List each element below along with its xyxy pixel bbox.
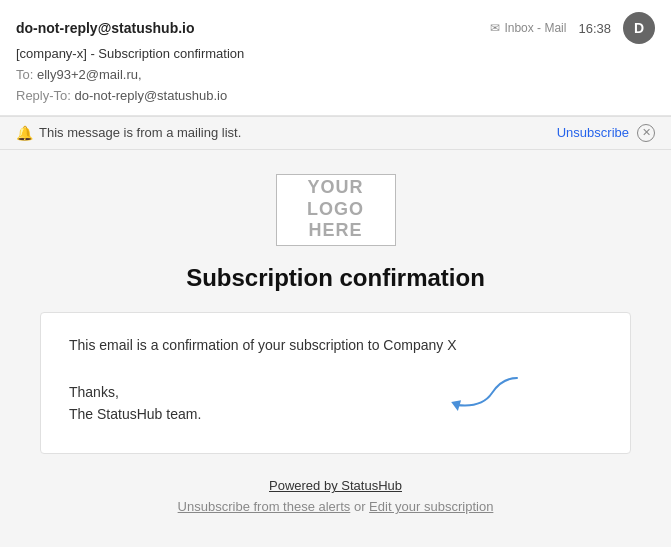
- header-right: ✉ Inbox - Mail 16:38 D: [490, 12, 655, 44]
- email-body: YOURLOGOHERE Subscription confirmation T…: [0, 150, 671, 547]
- unsubscribe-link[interactable]: Unsubscribe: [557, 125, 629, 140]
- reply-to-meta: Reply-To: do-not-reply@statushub.io: [16, 86, 655, 107]
- footer: Powered by StatusHub Unsubscribe from th…: [40, 474, 631, 514]
- confirmation-title: Subscription confirmation: [40, 264, 631, 292]
- thanks-line1: Thanks,: [69, 381, 602, 403]
- logo-container: YOURLOGOHERE: [40, 174, 631, 246]
- content-text: This email is a confirmation of your sub…: [69, 337, 602, 353]
- arrow-icon: [442, 373, 522, 413]
- mailing-list-message: This message is from a mailing list.: [39, 125, 241, 140]
- inbox-label: Inbox - Mail: [504, 21, 566, 35]
- mailing-list-info: 🔔 This message is from a mailing list.: [16, 125, 241, 141]
- thanks-line2: The StatusHub team.: [69, 403, 602, 425]
- powered-by-link[interactable]: Powered by StatusHub: [40, 478, 631, 493]
- close-button[interactable]: ✕: [637, 124, 655, 142]
- logo-text: YOURLOGOHERE: [307, 177, 364, 242]
- inbox-icon: ✉: [490, 21, 500, 35]
- header-meta: To: elly93+2@mail.ru,: [16, 65, 655, 86]
- to-label: To:: [16, 67, 33, 82]
- reply-to-value: do-not-reply@statushub.io: [75, 88, 228, 103]
- mailing-actions: Unsubscribe ✕: [557, 124, 655, 142]
- to-value: elly93+2@mail.ru,: [37, 67, 142, 82]
- edit-subscription-link[interactable]: Edit your subscription: [369, 499, 493, 514]
- subject-line: [company-x] - Subscription confirmation: [16, 46, 655, 61]
- email-client: do-not-reply@statushub.io ✉ Inbox - Mail…: [0, 0, 671, 547]
- thanks-block: Thanks, The StatusHub team.: [69, 381, 602, 426]
- content-card: This email is a confirmation of your sub…: [40, 312, 631, 455]
- mailing-list-bar: 🔔 This message is from a mailing list. U…: [0, 116, 671, 150]
- sender-email: do-not-reply@statushub.io: [16, 20, 195, 36]
- or-text: or: [354, 499, 369, 514]
- avatar: D: [623, 12, 655, 44]
- time-label: 16:38: [578, 21, 611, 36]
- reply-to-label: Reply-To:: [16, 88, 71, 103]
- unsubscribe-alerts-link[interactable]: Unsubscribe from these alerts: [178, 499, 351, 514]
- footer-sub: Unsubscribe from these alerts or Edit yo…: [40, 499, 631, 514]
- inbox-tag: ✉ Inbox - Mail: [490, 21, 566, 35]
- mailing-icon: 🔔: [16, 125, 33, 141]
- email-header: do-not-reply@statushub.io ✉ Inbox - Mail…: [0, 0, 671, 116]
- logo-box: YOURLOGOHERE: [276, 174, 396, 246]
